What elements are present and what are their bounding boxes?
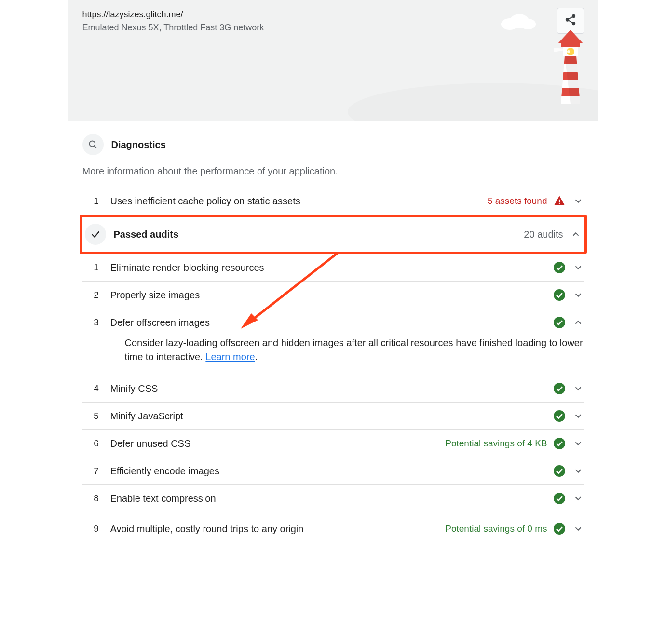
- audit-number: 2: [82, 290, 110, 300]
- svg-point-20: [554, 317, 565, 328]
- pass-icon: [553, 492, 566, 505]
- audit-meta: Potential savings of 0 ms: [445, 523, 547, 534]
- pass-icon: [553, 410, 566, 422]
- svg-point-1: [566, 18, 568, 21]
- pass-icon: [553, 261, 566, 274]
- audit-row[interactable]: 7 Efficiently encode images: [82, 457, 584, 485]
- audit-row[interactable]: 6 Defer unused CSS Potential savings of …: [82, 430, 584, 457]
- learn-more-link[interactable]: Learn more: [205, 351, 255, 362]
- chevron-down-icon: [572, 438, 584, 449]
- svg-line-27: [249, 253, 338, 322]
- pass-icon: [553, 523, 566, 535]
- passed-audits-summary: 20 audits: [524, 229, 563, 240]
- chevron-up-icon: [572, 317, 584, 328]
- svg-point-14: [89, 141, 95, 147]
- svg-point-23: [554, 438, 565, 449]
- audit-number: 6: [82, 438, 110, 449]
- audit-title: Efficiently encode images: [110, 466, 553, 477]
- svg-point-0: [572, 14, 574, 17]
- svg-line-4: [568, 20, 572, 23]
- annotation-arrow-icon: [237, 243, 348, 335]
- pass-icon: [553, 465, 566, 477]
- audit-title: Defer unused CSS: [110, 438, 446, 449]
- svg-point-7: [520, 19, 536, 29]
- audit-detail-text: Consider lazy-loading offscreen and hidd…: [125, 337, 583, 362]
- pass-icon: [553, 437, 566, 450]
- svg-rect-16: [558, 200, 559, 202]
- chevron-down-icon: [572, 195, 584, 207]
- audit-row[interactable]: 4 Minify CSS: [82, 375, 584, 402]
- chevron-down-icon: [572, 523, 584, 535]
- audit-number: 1: [82, 196, 110, 206]
- svg-rect-17: [558, 203, 559, 204]
- audit-title: Minify JavaScript: [110, 411, 553, 422]
- audit-number: 5: [82, 411, 110, 421]
- audit-title: Enable text compression: [110, 493, 553, 504]
- svg-rect-10: [561, 43, 580, 47]
- chevron-down-icon: [572, 410, 584, 422]
- audit-number: 8: [82, 493, 110, 504]
- svg-marker-9: [558, 30, 583, 43]
- audit-row[interactable]: 8 Enable text compression: [82, 485, 584, 512]
- audit-number: 4: [82, 383, 110, 394]
- check-icon: [85, 224, 106, 245]
- diagnostics-header: Diagnostics: [82, 121, 584, 160]
- svg-point-19: [554, 289, 565, 301]
- svg-point-25: [554, 493, 565, 504]
- period: .: [255, 351, 258, 362]
- pass-icon: [553, 382, 566, 395]
- diagnostics-title: Diagnostics: [111, 139, 166, 150]
- svg-point-24: [554, 465, 565, 477]
- passed-audits-title: Passed audits: [114, 229, 179, 240]
- share-icon: [564, 13, 577, 28]
- audit-title: Avoid multiple, costly round trips to an…: [110, 523, 446, 535]
- chevron-down-icon: [572, 383, 584, 394]
- audit-meta: 5 assets found: [488, 196, 547, 206]
- lighthouse-icon: [554, 27, 587, 107]
- svg-point-2: [572, 22, 574, 24]
- warning-icon: [553, 195, 566, 207]
- chevron-down-icon: [572, 262, 584, 273]
- pass-icon: [553, 316, 566, 329]
- audit-title: Minify CSS: [110, 383, 553, 394]
- svg-line-15: [94, 146, 96, 148]
- audit-title: Uses inefficient cache policy on static …: [110, 196, 488, 207]
- audit-row[interactable]: 5 Minify JavaScript: [82, 402, 584, 430]
- svg-point-13: [567, 50, 570, 53]
- diagnostics-description: More information about the performance o…: [82, 160, 584, 188]
- audit-row[interactable]: 9 Avoid multiple, costly round trips to …: [82, 512, 584, 539]
- svg-point-22: [554, 410, 565, 422]
- audit-number: 7: [82, 466, 110, 476]
- svg-point-26: [554, 523, 565, 535]
- chevron-down-icon: [572, 493, 584, 504]
- svg-line-3: [568, 16, 572, 19]
- search-icon: [82, 134, 104, 155]
- chevron-down-icon: [572, 465, 584, 477]
- audit-number: 1: [82, 262, 110, 273]
- audit-number: 9: [82, 523, 110, 534]
- svg-point-18: [554, 262, 565, 273]
- cloud-icon: [496, 11, 540, 32]
- audit-meta: Potential savings of 4 KB: [445, 438, 547, 449]
- svg-point-21: [554, 383, 565, 394]
- chevron-down-icon: [572, 289, 584, 301]
- report-url-link[interactable]: https://lazysizes.glitch.me/: [82, 10, 183, 20]
- chevron-up-icon: [570, 228, 582, 240]
- report-header: https://lazysizes.glitch.me/ Emulated Ne…: [68, 0, 598, 121]
- audit-detail: Consider lazy-loading offscreen and hidd…: [82, 336, 584, 375]
- diagnostic-row[interactable]: 1 Uses inefficient cache policy on stati…: [82, 188, 584, 215]
- audit-number: 3: [82, 317, 110, 328]
- pass-icon: [553, 289, 566, 301]
